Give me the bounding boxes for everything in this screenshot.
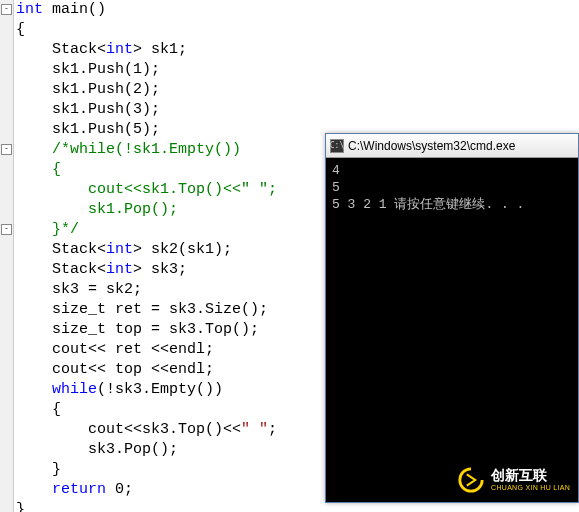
logo-icon — [457, 466, 485, 494]
code-line[interactable]: Stack<int> sk3; — [16, 260, 277, 280]
code-line[interactable]: } — [16, 500, 277, 512]
code-line[interactable]: return 0; — [16, 480, 277, 500]
code-line[interactable]: Stack<int> sk2(sk1); — [16, 240, 277, 260]
code-line[interactable]: { — [16, 160, 277, 180]
code-line[interactable]: sk1.Push(1); — [16, 60, 277, 80]
fold-toggle[interactable]: - — [1, 224, 12, 235]
code-line[interactable]: sk1.Push(3); — [16, 100, 277, 120]
watermark-logo: 创新互联 CHUANG XIN HU LIAN — [457, 466, 570, 494]
console-title: C:\Windows\system32\cmd.exe — [348, 139, 515, 153]
fold-gutter: --- — [0, 0, 14, 512]
code-line[interactable]: cout<<sk3.Top()<<" "; — [16, 420, 277, 440]
code-line[interactable]: sk1.Push(5); — [16, 120, 277, 140]
code-line[interactable]: sk3.Pop(); — [16, 440, 277, 460]
code-line[interactable]: }*/ — [16, 220, 277, 240]
code-line[interactable]: { — [16, 20, 277, 40]
code-line[interactable]: size_t top = sk3.Top(); — [16, 320, 277, 340]
code-line[interactable]: cout<<sk1.Top()<<" "; — [16, 180, 277, 200]
code-line[interactable]: cout<< top <<endl; — [16, 360, 277, 380]
console-icon: C:\ — [330, 139, 344, 153]
code-line[interactable]: /*while(!sk1.Empty()) — [16, 140, 277, 160]
code-line[interactable]: Stack<int> sk1; — [16, 40, 277, 60]
console-window: C:\ C:\Windows\system32\cmd.exe 4 5 5 3 … — [325, 133, 579, 503]
code-line[interactable]: size_t ret = sk3.Size(); — [16, 300, 277, 320]
console-output: 4 5 5 3 2 1 请按任意键继续. . . — [326, 158, 578, 217]
watermark-text-en: CHUANG XIN HU LIAN — [491, 484, 570, 492]
code-line[interactable]: sk1.Push(2); — [16, 80, 277, 100]
fold-toggle[interactable]: - — [1, 4, 12, 15]
code-line[interactable]: cout<< ret <<endl; — [16, 340, 277, 360]
code-line[interactable]: { — [16, 400, 277, 420]
code-content[interactable]: int main(){ Stack<int> sk1; sk1.Push(1);… — [16, 0, 277, 512]
fold-toggle[interactable]: - — [1, 144, 12, 155]
watermark-text-zh: 创新互联 — [491, 468, 570, 483]
console-titlebar[interactable]: C:\ C:\Windows\system32\cmd.exe — [326, 134, 578, 158]
code-line[interactable]: sk1.Pop(); — [16, 200, 277, 220]
code-line[interactable]: while(!sk3.Empty()) — [16, 380, 277, 400]
code-line[interactable]: } — [16, 460, 277, 480]
code-line[interactable]: sk3 = sk2; — [16, 280, 277, 300]
code-line[interactable]: int main() — [16, 0, 277, 20]
